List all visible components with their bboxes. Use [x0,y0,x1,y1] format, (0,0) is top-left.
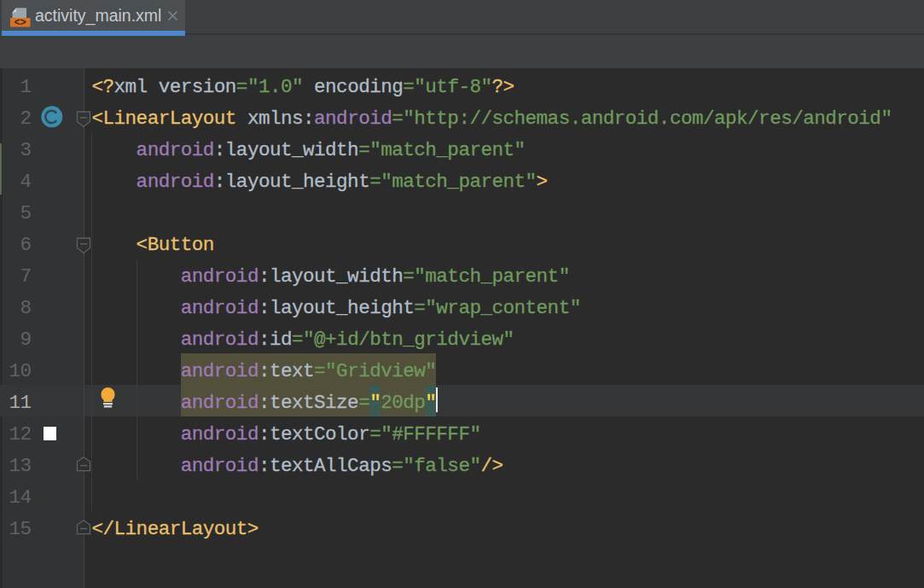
svg-text:<>: <> [14,17,26,29]
